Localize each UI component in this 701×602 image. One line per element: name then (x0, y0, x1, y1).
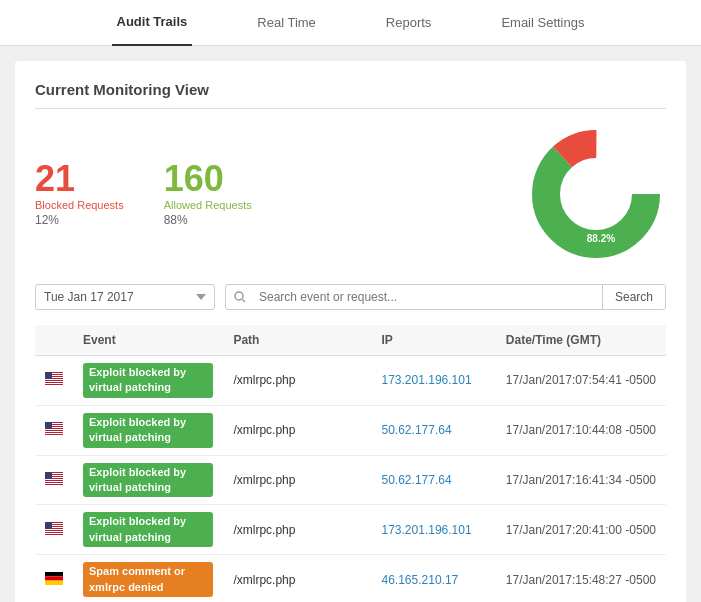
svg-rect-40 (45, 576, 63, 580)
svg-rect-36 (45, 531, 63, 532)
svg-rect-27 (45, 479, 63, 480)
svg-rect-14 (45, 372, 52, 379)
event-cell: Exploit blocked by virtual patching (73, 505, 223, 555)
blocked-count: 21 (35, 161, 124, 197)
svg-rect-30 (45, 472, 52, 479)
nav-email-settings[interactable]: Email Settings (496, 0, 589, 46)
svg-rect-11 (45, 379, 63, 380)
event-cell: Exploit blocked by virtual patching (73, 455, 223, 505)
allowed-count: 160 (164, 161, 252, 197)
svg-rect-28 (45, 481, 63, 482)
svg-text:88.2%: 88.2% (587, 233, 615, 244)
allowed-pct: 88% (164, 213, 252, 227)
nav-reports[interactable]: Reports (381, 0, 437, 46)
search-input[interactable] (254, 285, 602, 309)
filter-row: Tue Jan 17 2017 Search (35, 284, 666, 310)
datetime-cell: 17/Jan/2017:07:54:41 -0500 (496, 356, 666, 406)
event-badge: Exploit blocked by virtual patching (83, 363, 213, 398)
ip-link[interactable]: 50.62.177.64 (382, 473, 452, 487)
svg-rect-29 (45, 483, 63, 484)
search-button[interactable]: Search (602, 285, 665, 309)
stats-section: 21 Blocked Requests 12% 160 Allowed Requ… (35, 161, 526, 227)
top-navigation: Audit Trails Real Time Reports Email Set… (0, 0, 701, 46)
svg-rect-19 (45, 429, 63, 430)
flag-cell (35, 555, 73, 602)
path-cell: /xmlrpc.php (223, 505, 371, 555)
col-header-flag (35, 325, 73, 356)
path-cell: /xmlrpc.php (223, 555, 371, 602)
event-badge: Exploit blocked by virtual patching (83, 463, 213, 498)
blocked-pct: 12% (35, 213, 124, 227)
table-row: Spam comment or xmlrpc denied /xmlrpc.ph… (35, 555, 666, 602)
main-content: Current Monitoring View 21 Blocked Reque… (15, 61, 686, 602)
svg-rect-21 (45, 433, 63, 434)
ip-link[interactable]: 46.165.210.17 (382, 573, 459, 587)
donut-chart: 88.2% 11.8% (526, 124, 666, 264)
col-header-event: Event (73, 325, 223, 356)
ip-cell: 173.201.196.101 (372, 505, 496, 555)
svg-rect-13 (45, 383, 63, 384)
table-header-row: Event Path IP Date/Time (GMT) (35, 325, 666, 356)
col-header-ip: IP (372, 325, 496, 356)
allowed-stat: 160 Allowed Requests 88% (164, 161, 252, 227)
path-cell: /xmlrpc.php (223, 356, 371, 406)
event-cell: Spam comment or xmlrpc denied (73, 555, 223, 602)
path-cell: /xmlrpc.php (223, 455, 371, 505)
datetime-cell: 17/Jan/2017:16:41:34 -0500 (496, 455, 666, 505)
search-icon (226, 285, 254, 309)
svg-rect-22 (45, 422, 52, 429)
col-header-path: Path (223, 325, 371, 356)
svg-rect-35 (45, 529, 63, 530)
table-row: Exploit blocked by virtual patching /xml… (35, 405, 666, 455)
ip-cell: 50.62.177.64 (372, 405, 496, 455)
flag-cell (35, 455, 73, 505)
ip-cell: 46.165.210.17 (372, 555, 496, 602)
datetime-cell: 17/Jan/2017:10:44:08 -0500 (496, 405, 666, 455)
svg-rect-41 (45, 580, 63, 584)
date-select[interactable]: Tue Jan 17 2017 (35, 284, 215, 310)
search-wrapper: Search (225, 284, 666, 310)
svg-text:11.8%: 11.8% (612, 153, 640, 164)
svg-rect-12 (45, 381, 63, 382)
divider (35, 108, 666, 109)
path-cell: /xmlrpc.php (223, 405, 371, 455)
event-badge: Exploit blocked by virtual patching (83, 512, 213, 547)
blocked-label: Blocked Requests (35, 199, 124, 211)
ip-link[interactable]: 173.201.196.101 (382, 373, 472, 387)
ip-cell: 173.201.196.101 (372, 356, 496, 406)
flag-cell (35, 505, 73, 555)
ip-link[interactable]: 173.201.196.101 (382, 523, 472, 537)
datetime-cell: 17/Jan/2017:15:48:27 -0500 (496, 555, 666, 602)
audit-table: Event Path IP Date/Time (GMT) Exploit bl… (35, 325, 666, 602)
section-title: Current Monitoring View (35, 81, 666, 98)
event-cell: Exploit blocked by virtual patching (73, 405, 223, 455)
svg-rect-37 (45, 533, 63, 534)
svg-point-2 (562, 160, 630, 228)
svg-point-5 (235, 292, 243, 300)
table-row: Exploit blocked by virtual patching /xml… (35, 356, 666, 406)
blocked-stat: 21 Blocked Requests 12% (35, 161, 124, 227)
ip-link[interactable]: 50.62.177.64 (382, 423, 452, 437)
svg-line-6 (243, 300, 246, 303)
table-row: Exploit blocked by virtual patching /xml… (35, 505, 666, 555)
stats-chart-row: 21 Blocked Requests 12% 160 Allowed Requ… (35, 124, 666, 264)
event-cell: Exploit blocked by virtual patching (73, 356, 223, 406)
event-badge: Spam comment or xmlrpc denied (83, 562, 213, 597)
ip-cell: 50.62.177.64 (372, 455, 496, 505)
svg-rect-38 (45, 522, 52, 529)
event-badge: Exploit blocked by virtual patching (83, 413, 213, 448)
col-header-datetime: Date/Time (GMT) (496, 325, 666, 356)
svg-rect-39 (45, 572, 63, 576)
flag-cell (35, 356, 73, 406)
allowed-label: Allowed Requests (164, 199, 252, 211)
svg-rect-20 (45, 431, 63, 432)
flag-cell (35, 405, 73, 455)
datetime-cell: 17/Jan/2017:20:41:00 -0500 (496, 505, 666, 555)
nav-audit-trails[interactable]: Audit Trails (112, 0, 193, 46)
table-row: Exploit blocked by virtual patching /xml… (35, 455, 666, 505)
nav-real-time[interactable]: Real Time (252, 0, 321, 46)
